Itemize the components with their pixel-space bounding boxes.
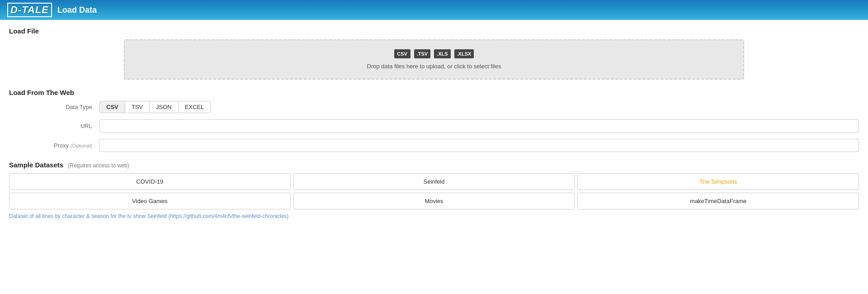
sample-datasets-section: Sample Datasets (Requires access to web)… bbox=[9, 161, 859, 219]
xls-icon: .XLS bbox=[434, 49, 450, 58]
load-web-title: Load From The Web bbox=[9, 89, 859, 96]
url-input[interactable] bbox=[99, 119, 859, 133]
dataset-movies-button[interactable]: Movies bbox=[293, 193, 575, 209]
file-drop-zone[interactable]: CSV .TSV .XLS .XLSX Drop data files here… bbox=[124, 39, 744, 80]
data-type-row: Data Type CSV TSV JSON EXCEL bbox=[9, 101, 859, 113]
proxy-row: Proxy (Optional) bbox=[9, 139, 859, 152]
proxy-input[interactable] bbox=[99, 139, 859, 152]
tsv-icon: .TSV bbox=[414, 49, 430, 58]
load-file-title: Load File bbox=[9, 27, 859, 35]
dtype-tsv-button[interactable]: TSV bbox=[125, 101, 149, 113]
app-header: D-TALE Load Data bbox=[0, 0, 868, 20]
dtype-excel-button[interactable]: EXCEL bbox=[178, 101, 211, 113]
main-content: Load File CSV .TSV .XLS .XLSX Drop data … bbox=[0, 20, 868, 227]
dataset-covid19-button[interactable]: COVID-19 bbox=[9, 173, 291, 190]
drop-zone-text: Drop data files here to upload, or click… bbox=[134, 63, 734, 70]
url-label: URL bbox=[9, 123, 99, 129]
dtype-csv-button[interactable]: CSV bbox=[99, 101, 125, 113]
sample-footer-note: Dataset of all lines by character & seas… bbox=[9, 213, 859, 219]
file-type-icons: CSV .TSV .XLS .XLSX bbox=[134, 49, 734, 58]
url-row: URL bbox=[9, 119, 859, 133]
dataset-seinfeld-button[interactable]: Seinfeld bbox=[293, 173, 575, 190]
proxy-optional-label: (Optional) bbox=[71, 143, 92, 148]
sample-datasets-subtitle: (Requires access to web) bbox=[68, 162, 129, 169]
dataset-videogames-button[interactable]: Video Games bbox=[9, 193, 291, 209]
dataset-maketimedf-button[interactable]: makeTimeDataFrame bbox=[577, 193, 859, 209]
csv-icon: CSV bbox=[394, 49, 410, 58]
load-web-section: Load From The Web Data Type CSV TSV JSON… bbox=[9, 89, 859, 152]
dtype-json-button[interactable]: JSON bbox=[149, 101, 178, 113]
proxy-label: Proxy (Optional) bbox=[9, 142, 99, 149]
xlsx-icon: .XLSX bbox=[454, 49, 474, 58]
data-type-buttons: CSV TSV JSON EXCEL bbox=[99, 101, 211, 113]
data-type-label: Data Type bbox=[9, 104, 99, 110]
dataset-simpsons-button[interactable]: The Simpsons bbox=[577, 173, 859, 190]
dataset-grid: COVID-19 Seinfeld The Simpsons Video Gam… bbox=[9, 173, 859, 209]
app-logo: D-TALE bbox=[7, 3, 52, 17]
sample-datasets-title: Sample Datasets (Requires access to web) bbox=[9, 161, 859, 169]
page-title: Load Data bbox=[57, 5, 97, 15]
